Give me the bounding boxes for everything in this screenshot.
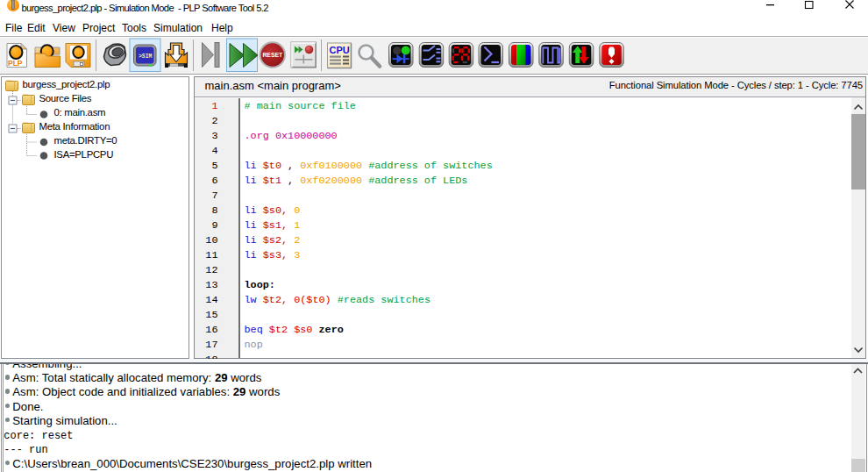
svg-text:PLP: PLP bbox=[8, 59, 23, 68]
svg-text:RESET: RESET bbox=[262, 52, 283, 58]
svg-text:>SIM: >SIM bbox=[139, 54, 153, 60]
svg-text:CPU: CPU bbox=[330, 45, 350, 55]
